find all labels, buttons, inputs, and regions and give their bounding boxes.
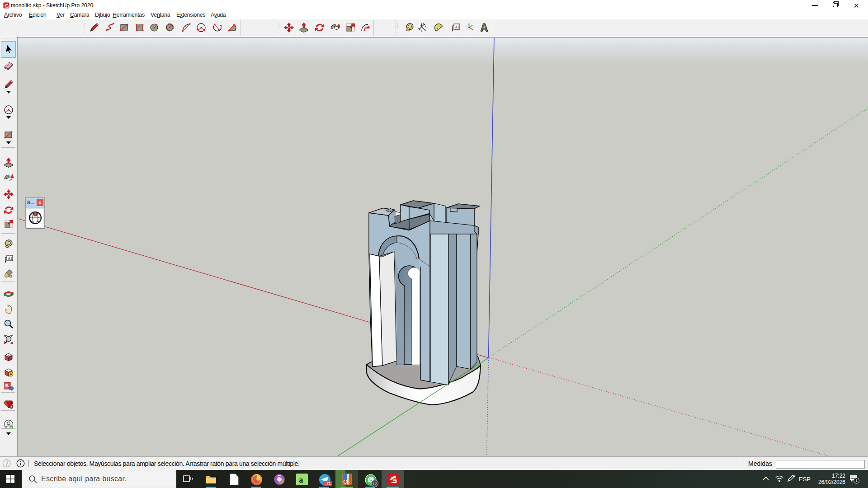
svg-text:A1: A1 [8,256,13,261]
svg-text:a: a [299,475,303,484]
svg-text:A1: A1 [455,25,460,29]
svg-text:3: 3 [420,23,423,27]
